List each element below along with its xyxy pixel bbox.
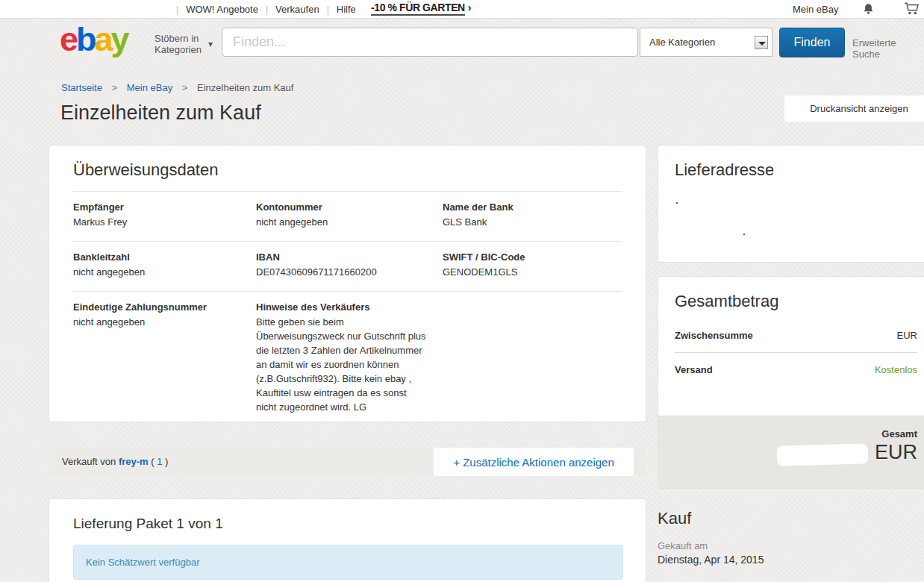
breadcrumb-startseite[interactable]: Startseite [61, 82, 102, 93]
seller-name-link[interactable]: frey-m [119, 456, 149, 467]
field-empfaenger: Empfänger Markus Frey [73, 192, 256, 242]
grand-total-currency: EUR [875, 441, 917, 464]
grand-total-label: Gesamt [881, 428, 917, 439]
transfer-data-card: Überweisungsdaten Empfänger Markus Frey … [49, 145, 646, 422]
breadcrumb-separator: > [182, 82, 188, 93]
breadcrumb: Startseite > Mein eBay > Einzelheiten zu… [61, 82, 293, 93]
browse-label-line2: Kategorien [154, 44, 202, 55]
page-title: Einzelheiten zum Kauf [60, 101, 261, 125]
shipping-package-card: Lieferung Paket 1 von 1 Kein Schätzwert … [49, 498, 646, 582]
purchase-details-page: | WOW! Angebote | Verkaufen | Hilfe -10 … [0, 0, 924, 582]
promo-arrow-icon: › [468, 1, 471, 13]
breadcrumb-separator: > [112, 82, 118, 93]
sold-by-text: Verkauft von frey-m ( 1 ) [62, 456, 168, 467]
browse-categories-dropdown[interactable]: Stöbern in Kategorien ▾ [154, 33, 202, 55]
subtotal-row: Zwischensumme EUR [675, 319, 917, 353]
category-select[interactable]: Alle Kategorien [640, 28, 772, 57]
field-kontonummer: Kontonummer nicht angegeben [256, 192, 443, 242]
browse-label-line1: Stöbern in [154, 33, 202, 44]
delivery-address-title: Lieferadresse [675, 160, 917, 180]
my-ebay-link[interactable]: Mein eBay [793, 4, 838, 15]
redacted-address-dot [676, 202, 678, 204]
field-zahlungsnummer: Eindeutige Zahlungsnummer nicht angegebe… [73, 292, 256, 426]
nav-link-verkaufen[interactable]: Verkaufen [275, 4, 319, 15]
top-nav: | WOW! Angebote | Verkaufen | Hilfe [169, 0, 356, 19]
field-hinweise-verkaeufer: Hinweise des Verkäufers Bitte geben sie … [256, 292, 443, 426]
shopping-cart-icon[interactable] [904, 2, 920, 16]
search-input[interactable] [222, 28, 638, 57]
triangle-down-icon [758, 42, 766, 46]
category-dropdown-button[interactable] [755, 36, 768, 49]
top-bar: | WOW! Angebote | Verkaufen | Hilfe -10 … [0, 0, 924, 19]
nav-separator: | [327, 4, 329, 15]
category-selected-value: Alle Kategorien [649, 37, 715, 48]
ebay-logo[interactable]: ebay [60, 22, 128, 56]
field-empty [443, 292, 622, 426]
redacted-address-dot [743, 234, 745, 235]
total-card-title: Gesamtbetrag [658, 292, 924, 319]
grand-total-footer: Gesamt EUR [658, 416, 924, 488]
nav-link-wow-angebote[interactable]: WOW! Angebote [186, 4, 258, 15]
transfer-card-title: Überweisungsdaten [73, 160, 622, 192]
purchase-section: Kauf Gekauft am Dienstag, Apr 14, 2015 [658, 509, 764, 566]
advanced-search-link[interactable]: Erweiterte Suche [852, 37, 924, 60]
delivery-address-card: Lieferadresse [658, 145, 924, 263]
search-button[interactable]: Finden [779, 28, 845, 57]
seller-bar: Verkauft von frey-m ( 1 ) + Zusätzliche … [49, 448, 646, 476]
print-view-button[interactable]: Druckansicht anzeigen [784, 96, 924, 122]
field-swift-bic: SWIFT / BIC-Code GENODEM1GLS [443, 242, 622, 292]
nav-separator: | [176, 4, 178, 15]
chevron-down-icon: ▾ [208, 39, 213, 50]
field-name-der-bank: Name der Bank GLS Bank [443, 192, 622, 242]
notifications-bell-icon[interactable] [862, 2, 878, 16]
breadcrumb-current: Einzelheiten zum Kauf [197, 82, 293, 93]
purchase-title: Kauf [658, 509, 764, 528]
additional-actions-button[interactable]: + Zusätzliche Aktionen anzeigen [434, 448, 634, 476]
shipping-cost-row: Versand Kostenlos [675, 353, 917, 387]
promo-banner-garten[interactable]: -10 % FÜR GARTEN› [371, 1, 471, 13]
shipping-card-title: Lieferung Paket 1 von 1 [73, 516, 622, 532]
field-iban: IBAN DE07430609671171660200 [256, 242, 443, 292]
bought-on-label: Gekauft am [658, 540, 764, 551]
redacted-amount [777, 443, 869, 466]
field-bankleitzahl: Bankleitzahl nicht angegeben [73, 242, 256, 292]
no-estimate-notice: Kein Schätzwert verfügbar [73, 545, 623, 580]
total-amount-card: Gesamtbetrag Zwischensumme EUR Versand K… [658, 276, 924, 489]
transfer-fields-grid: Empfänger Markus Frey Kontonummer nicht … [73, 192, 622, 426]
nav-separator: | [266, 4, 268, 15]
nav-link-hilfe[interactable]: Hilfe [337, 4, 356, 15]
bought-on-date: Dienstag, Apr 14, 2015 [658, 554, 764, 566]
breadcrumb-mein-ebay[interactable]: Mein eBay [127, 82, 172, 93]
